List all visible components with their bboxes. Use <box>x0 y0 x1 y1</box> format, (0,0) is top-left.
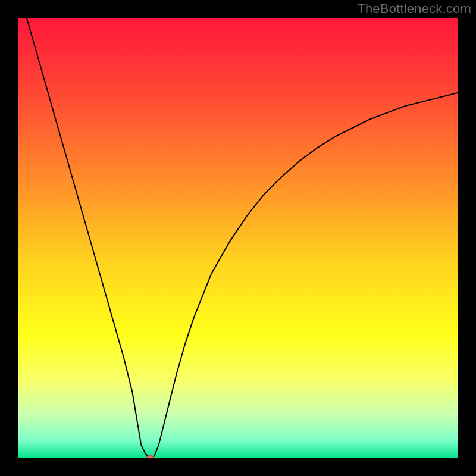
outer-frame: TheBottleneck.com <box>0 0 476 476</box>
plot-area <box>18 18 458 458</box>
gradient-background <box>18 18 458 458</box>
chart-svg <box>18 18 458 458</box>
watermark-text: TheBottleneck.com <box>357 1 471 17</box>
